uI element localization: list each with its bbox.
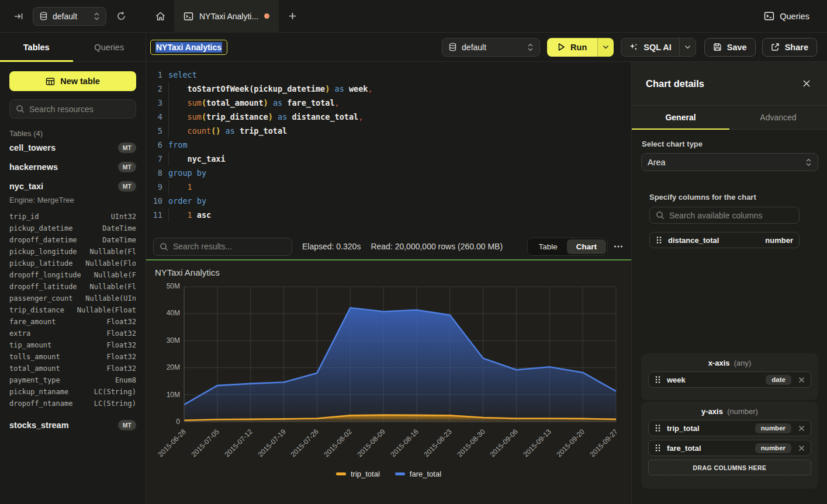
table-column-row[interactable]: extraFloat32 [9,328,136,339]
table-column-row[interactable]: fare_amountFloat32 [9,316,136,328]
tab-general[interactable]: General [632,106,729,129]
table-column-row[interactable]: payment_typeEnum8 [9,374,136,386]
code-line[interactable]: 8group by [146,166,631,180]
table-column-row[interactable]: dropoff_datetimeDateTime [9,234,136,246]
column-type: Float32 [106,341,136,349]
table-column-row[interactable]: dropoff_ntanameLC(String) [9,398,136,409]
column-chip[interactable]: fare_totalnumber [648,440,811,456]
tab-nytaxi-analytics[interactable]: NYTaxi Analyti... [174,0,279,33]
query-title-input[interactable]: NYTaxi Analytics [150,40,227,55]
indent-guide [168,208,169,222]
drag-handle-icon[interactable] [655,423,661,433]
table-column-row[interactable]: dropoff_latitudeNullable(Fl [9,281,136,293]
code-line[interactable]: 11 1 asc [146,208,631,222]
table-list-item[interactable]: cell_towersMT [9,138,136,157]
drag-handle-icon[interactable] [656,235,662,245]
legend-item[interactable]: fare_total [395,470,441,478]
save-button[interactable]: Save [704,38,756,57]
new-table-button[interactable]: New table [9,71,136,91]
queries-button[interactable]: Queries [764,11,809,21]
share-button[interactable]: Share [762,38,817,57]
drop-zone[interactable]: DRAG COLUMNS HERE [648,460,811,475]
tab-label: NYTaxi Analyti... [199,12,258,21]
table-column-row[interactable]: pickup_ntanameLC(String) [9,386,136,398]
column-type: Float32 [106,318,136,326]
code-line[interactable]: 10order by [146,194,631,208]
sidebar-search[interactable] [9,99,136,119]
columns-search[interactable] [649,207,800,224]
column-type: Enum8 [115,376,136,384]
new-tab-button[interactable] [279,0,306,33]
table-column-row[interactable]: pickup_latitudeNullable(Flo [9,258,136,269]
column-chip[interactable]: trip_totalnumber [648,420,811,436]
column-name: pickup_ntaname [9,388,68,396]
chip-name: fare_total [667,444,701,453]
remove-icon[interactable] [798,425,805,432]
code-line[interactable]: 9 1 [146,180,631,194]
code-line[interactable]: 1select [146,68,631,82]
x-axis-box: x-axis (any) weekdate [641,353,818,400]
home-tab[interactable] [146,0,174,33]
code-line[interactable]: 3 sum(total_amount) as fare_total, [146,96,631,110]
table-column-row[interactable]: pickup_datetimeDateTime [9,223,136,234]
toolbar-database-selector[interactable]: default [442,38,540,57]
table-list-item[interactable]: hackernewsMT [9,157,136,176]
save-icon [713,43,722,51]
sidebar-search-input[interactable] [29,105,130,114]
line-number: 11 [146,208,162,222]
table-column-row[interactable]: trip_distanceNullable(Float [9,304,136,316]
sql-ai-options-button[interactable] [679,39,695,56]
remove-icon[interactable] [798,445,805,451]
chart-view-button[interactable]: Chart [567,239,606,254]
column-type: Nullable(F [94,271,136,279]
run-options-button[interactable] [597,38,614,57]
collapse-sidebar-icon[interactable] [9,8,27,25]
tab-advanced[interactable]: Advanced [729,106,827,129]
column-type: DateTime [102,236,136,244]
remove-icon[interactable] [798,377,805,383]
close-icon[interactable] [802,79,811,88]
table-column-row[interactable]: trip_idUInt32 [9,211,136,223]
sidebar-tab-tables[interactable]: Tables [0,33,73,61]
table-view-button[interactable]: Table [529,239,566,254]
table-column-row[interactable]: total_amountFloat32 [9,363,136,374]
legend-item[interactable]: trip_total [336,470,380,478]
chip-name: distance_total [668,236,719,245]
results-search-input[interactable] [173,242,286,251]
results-search[interactable] [153,238,292,256]
column-chip[interactable]: weekdate [648,371,811,388]
code-line[interactable]: 5 count() as trip_total [146,124,631,138]
table-column-row[interactable]: tip_amountFloat32 [9,339,136,351]
chart-type-value: Area [648,158,666,167]
columns-search-input[interactable] [669,211,793,220]
database-selector[interactable]: default [33,7,106,26]
table-name: nyc_taxi [9,182,43,191]
sql-ai-button[interactable]: SQL AI [621,39,679,56]
refresh-icon[interactable] [112,8,130,25]
indent-guide [168,180,169,194]
table-list-item[interactable]: nyc_taxiMT [9,176,136,196]
code-line[interactable]: 4 sum(trip_distance) as distance_total, [146,110,631,124]
column-chip[interactable]: distance_totalnumber [649,232,800,248]
tab-queries-label: Queries [94,43,124,52]
code-line[interactable]: 6from [146,138,631,152]
sql-editor[interactable]: 1select2 toStartOfWeek(pickup_datetime) … [146,62,631,234]
more-options-icon[interactable] [614,245,623,248]
area-chart-plot[interactable] [184,286,617,423]
run-button[interactable]: Run [547,38,597,57]
sidebar-tab-queries[interactable]: Queries [73,33,146,61]
table-column-row[interactable]: pickup_longitudeNullable(Fl [9,246,136,258]
y-tick-label: 10M [147,391,180,399]
code-line[interactable]: 7 nyc_taxi [146,152,631,166]
code-line[interactable]: 2 toStartOfWeek(pickup_datetime) as week… [146,82,631,96]
table-list-item[interactable]: stocks_streamMT [9,415,136,435]
table-column-row[interactable]: dropoff_longitudeNullable(F [9,269,136,281]
drag-handle-icon[interactable] [655,375,661,384]
table-column-row[interactable]: tolls_amountFloat32 [9,351,136,363]
chart-type-select[interactable]: Area [641,153,818,171]
drag-handle-icon[interactable] [655,443,661,453]
line-number: 3 [146,96,162,110]
chart-type-label: Select chart type [642,140,703,148]
table-column-row[interactable]: passenger_countNullable(UIn [9,293,136,304]
database-icon [39,12,48,21]
